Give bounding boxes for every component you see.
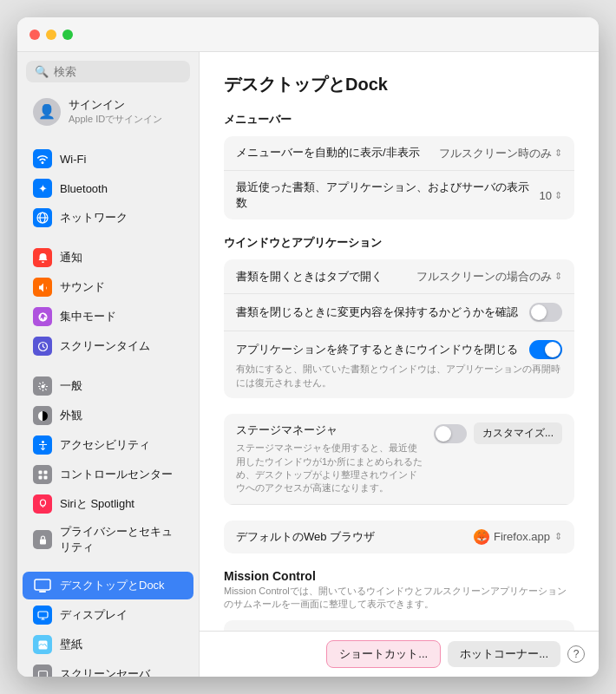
maximize-button[interactable] [62,29,73,40]
titlebar [17,17,599,52]
settings-window: 🔍 👤 サインイン Apple IDでサインイン Wi-Fi [17,17,599,677]
sidebar-item-privacy[interactable]: プライバシーとセキュリティ [23,520,193,560]
auto-hide-menubar-row: メニューバーを自動的に表示/非表示 フルスクリーン時のみ ⇕ [224,136,574,171]
confirm-close-label: 書類を閉じるときに変更内容を保持するかどうかを確認 [236,304,529,320]
browser-value[interactable]: 🦊 Firefox.app ⇕ [474,529,562,545]
sidebar-item-bluetooth[interactable]: ✦ Bluetooth [23,174,193,202]
browser-row: デフォルトのWeb ブラウザ 🦊 Firefox.app ⇕ [224,520,574,553]
stage-right: カスタマイズ... [434,422,562,444]
sidebar-item-screensaver[interactable]: スクリーンセーバ [23,660,193,677]
mission-control-section: Mission Control Mission Controlでは、開いているウ… [224,569,574,631]
chevron-updown-icon: ⇕ [554,147,562,159]
svg-rect-12 [40,539,46,544]
user-subtitle: Apple IDでサインイン [69,113,162,126]
screentime-icon [33,337,52,356]
accessibility-icon [33,435,52,455]
recent-items-row: 最近使った書類、アプリケーション、およびサーバの表示数 10 ⇕ [224,171,574,219]
svg-rect-13 [35,579,50,590]
sidebar-item-desktop[interactable]: デスクトップとDock [23,572,193,599]
sidebar-item-wifi[interactable]: Wi-Fi [23,145,193,173]
svg-rect-8 [38,470,42,474]
sidebar-item-general[interactable]: 一般 [23,372,193,400]
traffic-lights [29,29,73,40]
avatar: 👤 [33,98,61,126]
close-on-quit-sublabel: 有効にすると、開いていた書類とウインドウは、アプリケーションの再開時には復元され… [236,363,562,390]
svg-rect-15 [38,612,48,618]
hotcorner-button[interactable]: ホットコーナー... [448,641,560,667]
menubar-section-label: メニューバー [224,112,574,128]
sidebar-label-network: ネットワーク [60,210,128,226]
minimize-button[interactable] [46,29,56,40]
sidebar-item-screentime[interactable]: スクリーンタイム [23,332,193,360]
search-bar[interactable]: 🔍 [26,61,190,82]
sidebar-item-focus[interactable]: 集中モード [23,303,193,331]
browser-label: デフォルトのWeb ブラウザ [236,529,375,545]
panel-title: デスクトップとDock [224,73,574,96]
stage-desc: ステージマネージャを使用すると、最近使用したウインドウが1か所にまとめられるため… [236,442,425,495]
search-icon: 🔍 [35,65,49,78]
svg-rect-11 [43,475,47,479]
general-icon [33,376,52,396]
customize-button[interactable]: カスタマイズ... [474,422,562,444]
sidebar-label-display: ディスプレイ [60,607,128,623]
stage-title: ステージマネージャ [236,422,425,438]
sidebar-item-controlcenter[interactable]: コントロールセンター [23,461,193,488]
wifi-icon [33,149,52,168]
sidebar-label-sound: サウンド [60,279,105,295]
sidebar-item-notifications[interactable]: 通知 [23,244,193,272]
help-button[interactable]: ? [567,645,585,663]
wallpaper-icon [33,635,52,654]
sidebar-label-privacy: プライバシーとセキュリティ [60,524,183,555]
sidebar-label-bluetooth: Bluetooth [60,182,108,195]
sidebar-label-controlcenter: コントロールセンター [60,467,173,482]
shortcut-button[interactable]: ショートカット... [326,640,441,668]
sidebar-item-appearance[interactable]: 外観 [23,402,193,429]
sidebar-item-siri[interactable]: Siriと Spotlight [23,490,193,518]
recent-items-text: 10 [540,189,552,202]
sidebar-user[interactable]: 👤 サインイン Apple IDでサインイン [23,90,193,133]
sidebar-item-network[interactable]: ネットワーク [23,204,193,232]
windows-section-label: ウインドウとアプリケーション [224,235,574,251]
browser-name: Firefox.app [494,530,550,543]
sidebar-item-wallpaper[interactable]: 壁紙 [23,631,193,658]
svg-rect-10 [38,475,42,479]
sidebar-item-sound[interactable]: サウンド [23,273,193,301]
user-info: サインイン Apple IDでサインイン [69,97,162,126]
recent-items-label: 最近使った書類、アプリケーション、およびサーバの表示数 [236,180,540,211]
close-button[interactable] [29,29,40,40]
auto-hide-text: フルスクリーン時のみ [439,146,552,161]
mission-control-group: 最新の使用状況に基づいて操作スペースを自動的に並べ替える アプリケーションの切り… [224,620,574,632]
sound-icon [33,278,52,297]
sidebar-label-notifications: 通知 [60,250,82,265]
svg-rect-14 [39,591,46,593]
stage-manager-toggle[interactable] [434,424,467,443]
svg-rect-17 [38,671,47,677]
stage-manager-row: ステージマネージャ ステージマネージャを使用すると、最近使用したウインドウが1か… [224,414,574,505]
recent-items-value[interactable]: 10 ⇕ [540,189,562,202]
auto-hide-value[interactable]: フルスクリーン時のみ ⇕ [439,146,562,161]
mission-control-title: Mission Control [224,569,574,583]
toggle-knob2 [545,342,560,357]
sidebar-label-screentime: スクリーンタイム [60,338,150,354]
open-tab-text: フルスクリーンの場合のみ [416,269,552,285]
auto-hide-label: メニューバーを自動的に表示/非表示 [236,145,439,160]
focus-icon [33,307,52,326]
svg-point-7 [42,441,44,443]
open-tab-value[interactable]: フルスクリーンの場合のみ ⇕ [416,269,562,285]
chevron-icon2: ⇕ [554,271,562,282]
bottom-bar: ショートカット... ホットコーナー... ? [200,631,599,677]
sidebar-label-desktop: デスクトップとDock [60,578,165,593]
svg-point-6 [38,411,48,421]
confirm-close-toggle[interactable] [529,303,562,322]
sidebar-item-accessibility[interactable]: アクセシビリティ [23,431,193,459]
stage-manager-group: ステージマネージャ ステージマネージャを使用すると、最近使用したウインドウが1か… [224,414,574,505]
sidebar-item-display[interactable]: ディスプレイ [23,601,193,629]
desktop-icon [33,576,52,595]
notifications-icon [33,248,52,267]
search-input[interactable] [54,65,181,78]
close-on-quit-toggle[interactable] [529,340,562,359]
user-name: サインイン [69,97,162,113]
right-panel: デスクトップとDock メニューバー メニューバーを自動的に表示/非表示 フルス… [200,52,599,631]
open-tab-row: 書類を開くときはタブで開く フルスクリーンの場合のみ ⇕ [224,259,574,294]
display-icon [33,606,52,625]
